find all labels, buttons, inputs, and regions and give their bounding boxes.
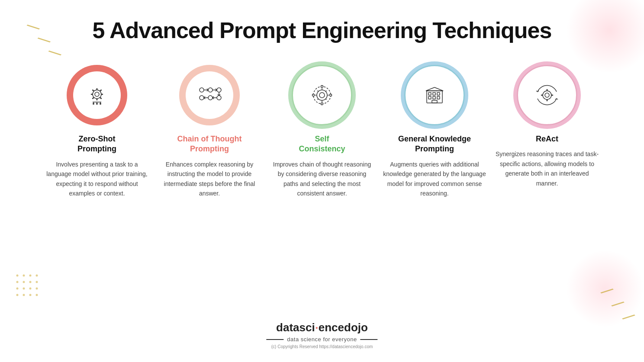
card-5-title: ReAct <box>536 134 558 144</box>
self-consistency-icon-inner <box>298 71 346 119</box>
footer-logo: datasci ● encedojo <box>276 321 368 334</box>
svg-line-22 <box>93 90 94 91</box>
card-1-title: Zero-ShotPrompting <box>77 134 116 154</box>
svg-line-51 <box>325 99 326 99</box>
svg-point-42 <box>217 96 221 100</box>
svg-line-50 <box>318 91 319 92</box>
svg-point-57 <box>312 94 315 96</box>
svg-rect-66 <box>432 100 437 103</box>
footer-tagline: data science for everyone <box>266 336 377 343</box>
footer-copyright: (c) Copyrights Reserved https://datascie… <box>271 344 373 349</box>
zero-shot-icon-circle <box>67 65 127 125</box>
svg-line-52 <box>325 91 326 92</box>
card-5-desc: Synergizes reasoning traces and task-spe… <box>495 149 599 188</box>
svg-rect-63 <box>428 96 431 99</box>
svg-point-55 <box>321 86 323 88</box>
react-icon-circle <box>517 65 577 125</box>
chain-thought-icon-inner <box>186 71 233 119</box>
svg-point-16 <box>93 90 101 99</box>
card-chain-thought: Chain of ThoughtPrompting Enhances compl… <box>158 65 261 198</box>
self-consistency-icon-circle <box>292 65 352 125</box>
card-self-consistency: SelfConsistency Improves chain of though… <box>270 65 374 198</box>
card-general-knowledge: General KnowledgePrompting Augments quer… <box>383 65 486 198</box>
chain-thought-icon <box>196 82 222 108</box>
chain-thought-icon-circle <box>179 65 240 125</box>
svg-point-38 <box>200 96 204 100</box>
svg-point-58 <box>330 94 332 96</box>
svg-point-45 <box>319 93 325 98</box>
general-knowledge-icon-circle <box>404 65 465 125</box>
react-icon-inner <box>523 71 571 119</box>
svg-point-40 <box>208 96 213 100</box>
svg-rect-61 <box>433 93 435 95</box>
card-4-title: General KnowledgePrompting <box>398 134 471 154</box>
card-4-desc: Augments queries with additional knowled… <box>383 160 486 199</box>
self-consistency-icon <box>309 82 335 108</box>
svg-point-35 <box>208 88 213 92</box>
svg-line-23 <box>100 98 102 99</box>
svg-line-69 <box>435 87 443 91</box>
cards-container: Zero-ShotPrompting Involves presenting a… <box>0 65 644 198</box>
card-1-desc: Involves presenting a task to a language… <box>45 160 149 199</box>
svg-rect-62 <box>437 93 440 95</box>
card-3-title: SelfConsistency <box>299 134 345 154</box>
card-3-desc: Improves chain of thought reasoning by c… <box>270 160 374 199</box>
svg-point-56 <box>321 103 323 105</box>
tagline-line-left <box>266 339 283 340</box>
zero-shot-icon <box>84 82 110 108</box>
tagline-text: data science for everyone <box>287 336 357 343</box>
zero-shot-icon-inner <box>73 71 121 119</box>
footer: datasci ● encedojo data science for ever… <box>266 321 377 349</box>
svg-point-71 <box>545 93 549 97</box>
general-knowledge-icon-inner <box>411 71 458 119</box>
card-react: ReAct Synergizes reasoning traces and ta… <box>495 65 599 188</box>
logo-text-1: datasci <box>276 321 315 334</box>
svg-rect-65 <box>437 96 440 99</box>
svg-rect-60 <box>428 93 431 95</box>
svg-rect-64 <box>433 96 435 99</box>
svg-line-25 <box>93 98 94 99</box>
svg-line-53 <box>318 99 319 99</box>
svg-point-37 <box>217 88 221 92</box>
svg-point-33 <box>200 88 204 92</box>
svg-line-68 <box>426 87 435 91</box>
svg-line-24 <box>100 90 102 91</box>
svg-point-70 <box>543 91 551 99</box>
logo-text-2: encedojo <box>319 321 368 334</box>
logo-dot-icon: ● <box>316 325 318 330</box>
card-2-desc: Enhances complex reasoning by instructin… <box>158 160 261 199</box>
page-title: 5 Advanced Prompt Engineering Techniques <box>93 17 552 43</box>
svg-point-17 <box>95 92 99 96</box>
tagline-line-right <box>361 339 378 340</box>
general-knowledge-icon <box>422 82 448 108</box>
card-zero-shot: Zero-ShotPrompting Involves presenting a… <box>45 65 149 198</box>
react-icon <box>534 82 560 108</box>
svg-point-30 <box>93 103 94 105</box>
svg-point-31 <box>96 103 98 105</box>
svg-point-32 <box>100 103 101 105</box>
card-2-title: Chain of ThoughtPrompting <box>177 134 242 154</box>
